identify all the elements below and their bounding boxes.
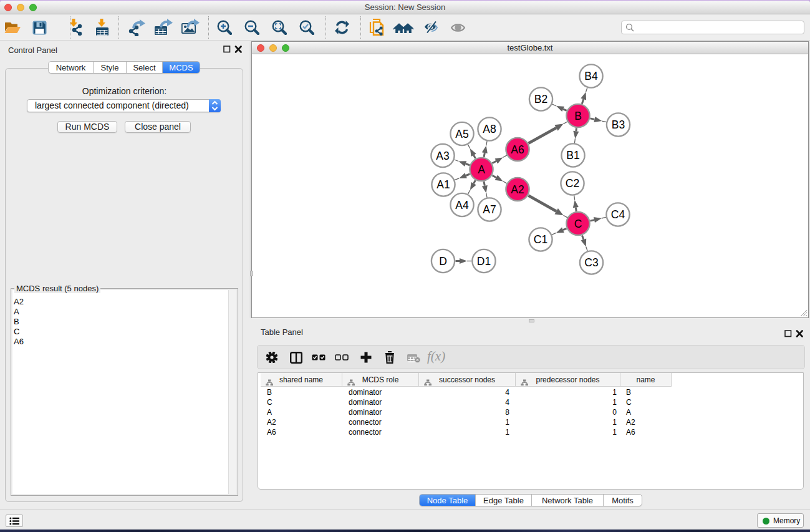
- svg-text:A7: A7: [483, 203, 496, 216]
- svg-text:A2: A2: [511, 183, 524, 196]
- svg-text:A6: A6: [511, 143, 524, 156]
- svg-text:D1: D1: [477, 255, 491, 268]
- svg-text:B3: B3: [612, 118, 625, 131]
- svg-text:A4: A4: [455, 199, 469, 211]
- svg-text:A3: A3: [436, 150, 449, 162]
- svg-text:C: C: [574, 218, 582, 230]
- svg-text:B: B: [574, 110, 582, 122]
- svg-text:C1: C1: [534, 233, 547, 246]
- svg-text:C3: C3: [584, 256, 598, 269]
- svg-text:A1: A1: [436, 178, 450, 191]
- svg-text:B1: B1: [566, 149, 579, 162]
- svg-text:B2: B2: [534, 93, 547, 105]
- svg-text:B4: B4: [584, 70, 598, 82]
- svg-text:C2: C2: [566, 177, 579, 190]
- svg-text:A: A: [478, 163, 485, 176]
- svg-text:D: D: [439, 255, 447, 268]
- svg-text:C4: C4: [611, 208, 625, 221]
- svg-text:A5: A5: [455, 128, 468, 140]
- svg-text:A8: A8: [483, 123, 496, 135]
